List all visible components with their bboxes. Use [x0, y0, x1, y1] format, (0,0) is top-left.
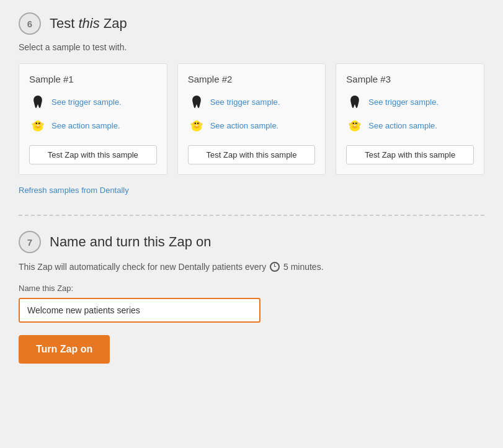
section-7-header: 7 Name and turn this Zap on [19, 231, 484, 253]
step-6-circle: 6 [19, 12, 41, 35]
svg-point-8 [32, 123, 35, 126]
sample-1-trigger-row: See trigger sample. [29, 93, 157, 110]
sample-3-action-row: See action sample. [346, 117, 474, 134]
sample-2-title: Sample #2 [188, 74, 316, 84]
sample-2-action-link[interactable]: See action sample. [210, 121, 279, 130]
sample-card-2: Sample #2 See trigger sample. [177, 63, 326, 175]
auto-check-text: This Zap will automatically check for ne… [19, 261, 484, 274]
section-6-header: 6 Test this Zap [19, 12, 484, 35]
sample-3-trigger-link[interactable]: See trigger sample. [368, 97, 438, 107]
section-7-title: Name and turn this Zap on [50, 234, 211, 250]
sample-2-action-row: See action sample. [188, 117, 316, 134]
clock-icon [270, 262, 280, 272]
sample-1-trigger-link[interactable]: See trigger sample. [51, 97, 122, 107]
sample-card-3: Sample #3 See trigger sample. [336, 63, 484, 175]
tooth-icon-2 [188, 93, 205, 110]
svg-point-5 [38, 123, 40, 124]
svg-point-18 [190, 123, 193, 126]
sample-3-test-btn[interactable]: Test Zap with this sample [346, 145, 474, 164]
section-7: 7 Name and turn this Zap on This Zap wil… [19, 231, 484, 364]
svg-point-28 [349, 123, 352, 126]
section-divider [19, 215, 484, 216]
svg-point-17 [195, 125, 197, 126]
tooth-icon-3 [346, 93, 363, 110]
svg-point-19 [200, 123, 202, 126]
refresh-samples-link[interactable]: Refresh samples from Dentally [19, 186, 129, 195]
sample-1-test-btn[interactable]: Test Zap with this sample [29, 145, 157, 164]
svg-point-4 [36, 123, 37, 124]
section-6-subtitle: Select a sample to test with. [19, 42, 484, 52]
sample-3-trigger-row: See trigger sample. [346, 93, 474, 110]
svg-point-14 [194, 123, 195, 124]
svg-point-27 [354, 125, 356, 126]
tooth-icon-1 [29, 93, 47, 110]
svg-point-9 [41, 123, 43, 126]
sample-2-test-btn[interactable]: Test Zap with this sample [188, 145, 316, 164]
mailchimp-icon-2 [188, 117, 205, 134]
svg-point-25 [355, 123, 357, 124]
svg-point-7 [37, 125, 38, 126]
sample-3-title: Sample #3 [346, 74, 474, 84]
sample-card-1: Sample #1 See trigger sample. [19, 63, 167, 175]
turn-zap-on-button[interactable]: Turn Zap on [19, 335, 110, 364]
sample-2-trigger-link[interactable]: See trigger sample. [210, 97, 280, 107]
sample-2-trigger-row: See trigger sample. [188, 93, 316, 110]
section-6-title: Test this Zap [50, 16, 127, 32]
sample-1-title: Sample #1 [29, 74, 157, 84]
mailchimp-icon-1 [29, 117, 47, 134]
sample-3-action-link[interactable]: See action sample. [368, 121, 437, 130]
svg-point-29 [358, 123, 361, 126]
svg-point-24 [353, 123, 354, 124]
svg-point-15 [197, 123, 198, 124]
name-zap-input[interactable] [19, 298, 260, 323]
main-container: 6 Test this Zap Select a sample to test … [0, 0, 503, 376]
sample-1-action-row: See action sample. [29, 117, 157, 134]
mailchimp-icon-3 [346, 117, 363, 134]
sample-1-action-link[interactable]: See action sample. [51, 121, 120, 130]
step-7-circle: 7 [19, 231, 41, 253]
samples-grid: Sample #1 See trigger sample. [19, 63, 484, 175]
name-zap-label: Name this Zap: [19, 284, 484, 293]
section-6: 6 Test this Zap Select a sample to test … [19, 12, 484, 200]
